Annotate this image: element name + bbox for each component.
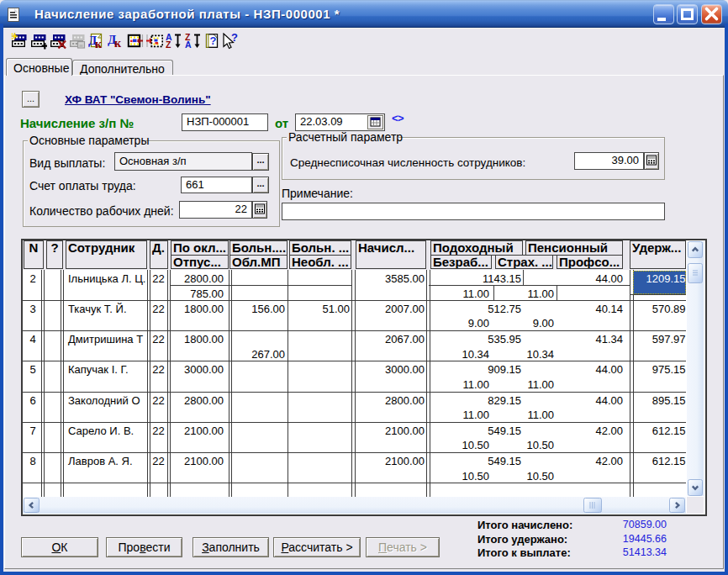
svg-text:к: к xyxy=(95,38,103,50)
svg-text:А: А xyxy=(185,40,192,50)
svg-text:Z: Z xyxy=(166,40,171,50)
svg-text:к: к xyxy=(114,37,122,50)
svg-text:?: ? xyxy=(209,34,216,47)
svg-text:?: ? xyxy=(231,33,238,44)
